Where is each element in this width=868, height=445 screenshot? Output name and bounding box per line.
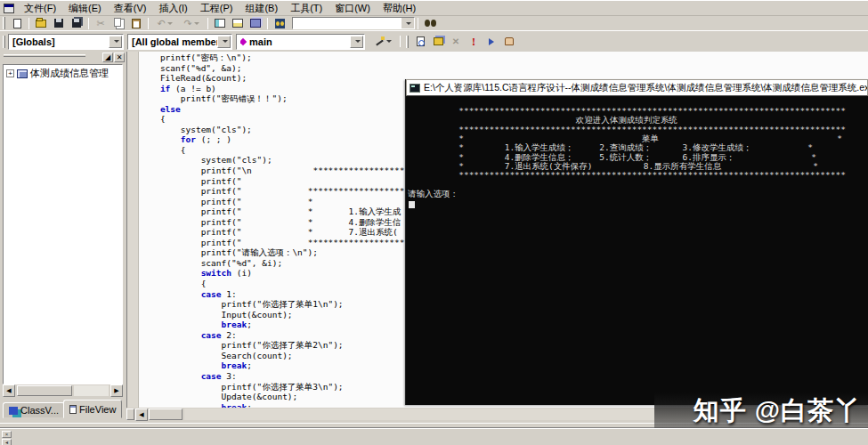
save-all-button[interactable] (68, 17, 85, 30)
new-file-button[interactable] (8, 17, 26, 30)
tab-fileview[interactable]: FileView (63, 400, 122, 418)
find-combo-arrow[interactable] (402, 18, 414, 28)
output-toggle-button[interactable] (229, 17, 247, 30)
workspace-pane-icon (215, 19, 225, 28)
stop-build-icon: ✕ (452, 37, 459, 46)
window-list-button[interactable] (247, 17, 264, 30)
function-combo-arrow[interactable] (350, 36, 363, 48)
copy-icon (114, 18, 121, 27)
function-diamond-icon (240, 37, 247, 44)
menu-item[interactable]: 帮助(H) (377, 1, 422, 16)
menu-item[interactable]: 工具(T) (284, 1, 329, 16)
go-debug-button[interactable] (483, 35, 500, 48)
open-folder-icon (36, 20, 46, 28)
hand-icon (505, 37, 514, 45)
find-in-files-button[interactable] (271, 17, 288, 30)
console-body[interactable]: ****************************************… (406, 96, 868, 405)
menu-item[interactable]: 文件(F) (18, 1, 62, 16)
mdi-document-icon[interactable] (4, 4, 14, 13)
save-button[interactable] (50, 17, 68, 30)
menu-item[interactable]: 工程(P) (194, 1, 239, 16)
editor-split-box[interactable] (126, 409, 134, 420)
chevron-down-icon (386, 40, 392, 43)
workspace-dock-button[interactable]: ◢ (102, 53, 113, 62)
tree-item-label: 体测成绩信息管理 (30, 67, 109, 80)
build-icon (434, 37, 443, 45)
wizard-action-button[interactable] (369, 35, 397, 48)
output-pane: × ◂ (0, 428, 868, 445)
find-in-files-icon (275, 19, 285, 28)
execute-program-button[interactable]: ! (465, 35, 483, 48)
paste-button[interactable] (127, 17, 145, 30)
menu-item[interactable]: 组建(B) (239, 1, 284, 16)
function-combo[interactable]: main (236, 34, 365, 50)
output-mini-button-top[interactable]: × (2, 431, 12, 438)
find-button[interactable] (421, 17, 439, 30)
wizard-wand-icon (374, 36, 385, 47)
close-icon: ✕ (117, 54, 123, 61)
workspace-drag-grip[interactable] (4, 54, 85, 57)
redo-button[interactable]: ↷ (178, 17, 205, 30)
class-combo[interactable]: [Globals] (8, 34, 124, 50)
editor-selection-margin[interactable] (127, 52, 139, 408)
tab-classview-label: ClassV... (20, 405, 59, 416)
members-combo-arrow[interactable] (217, 36, 231, 48)
function-combo-value: main (249, 36, 272, 47)
scroll-right-button[interactable]: ▶ (110, 384, 123, 397)
cut-button[interactable]: ✂ (92, 17, 110, 30)
stop-build-button[interactable]: ✕ (447, 35, 465, 48)
project-icon (17, 69, 28, 78)
watermark: 知乎 @白茶丫 (694, 393, 861, 429)
class-combo-arrow[interactable] (109, 36, 122, 48)
wizardbar: [Globals] [All global members main ✕ ! (0, 30, 868, 52)
compile-button[interactable] (411, 35, 429, 48)
menu-item[interactable]: 窗口(W) (329, 1, 377, 16)
copy-button[interactable] (110, 17, 127, 30)
workspace-tree: + 体测成绩信息管理 (3, 64, 123, 384)
compile-icon (417, 36, 425, 46)
toolbar-grip[interactable] (3, 17, 5, 29)
workspace-close-button[interactable]: ✕ (114, 53, 125, 62)
undo-icon: ↶ (157, 19, 165, 28)
members-combo[interactable]: [All global members (127, 34, 232, 50)
tree-expand-icon[interactable]: + (6, 69, 14, 77)
execute-exclamation-icon: ! (472, 36, 475, 47)
menu-item[interactable]: 插入(I) (152, 1, 193, 16)
build-minibar-grip[interactable] (406, 36, 409, 48)
find-combo[interactable] (292, 17, 415, 29)
build-button[interactable] (429, 35, 447, 48)
workspace-hscrollbar[interactable]: ◀ ▶ (3, 384, 123, 397)
undo-dropdown-icon (167, 22, 173, 25)
members-combo-value: [All global members (132, 36, 217, 47)
open-file-button[interactable] (32, 17, 50, 30)
output-pane-icon (232, 19, 243, 28)
chevron-down-icon (406, 22, 411, 25)
console-titlebar[interactable]: E:\个人资源库\115.C语言程序设计--体测成绩信息管理系统\体测成绩信息管… (406, 79, 868, 96)
class-combo-value: [Globals] (12, 36, 55, 47)
console-title-text: E:\个人资源库\115.C语言程序设计--体测成绩信息管理系统\体测成绩信息管… (424, 82, 868, 94)
workspace-toggle-button[interactable] (211, 17, 229, 30)
tree-item-project[interactable]: + 体测成绩信息管理 (4, 65, 122, 82)
menu-item[interactable]: 查看(V) (108, 1, 153, 16)
redo-dropdown-icon (194, 22, 199, 25)
wizardbar-grip[interactable] (3, 36, 5, 48)
tab-classview[interactable]: ClassV... (3, 402, 65, 418)
output-mini-button-bottom[interactable]: ◂ (2, 439, 12, 445)
window-list-icon (250, 19, 261, 28)
scroll-left-button[interactable]: ◀ (3, 384, 15, 397)
vc6-main-window: 文件(F)编辑(E)查看(V)插入(I)工程(P)组建(B)工具(T)窗口(W)… (0, 0, 868, 445)
console-window: E:\个人资源库\115.C语言程序设计--体测成绩信息管理系统\体测成绩信息管… (405, 79, 868, 405)
breakpoint-button[interactable] (500, 35, 518, 48)
paste-icon (132, 19, 141, 28)
editor-scroll-thumb[interactable] (149, 409, 183, 420)
menubar: 文件(F)编辑(E)查看(V)插入(I)工程(P)组建(B)工具(T)窗口(W)… (0, 2, 868, 16)
workspace-tabs: ClassV... FileView (3, 399, 126, 418)
fileview-icon (69, 405, 77, 414)
standard-toolbar: ✂ ↶ ↷ (0, 16, 868, 30)
chevron-down-icon (223, 40, 228, 43)
editor-scroll-left-button[interactable]: ◀ (135, 409, 148, 421)
new-file-icon (13, 19, 21, 28)
undo-button[interactable]: ↶ (151, 17, 178, 30)
scroll-thumb[interactable] (17, 385, 72, 396)
menu-item[interactable]: 编辑(E) (62, 1, 108, 16)
